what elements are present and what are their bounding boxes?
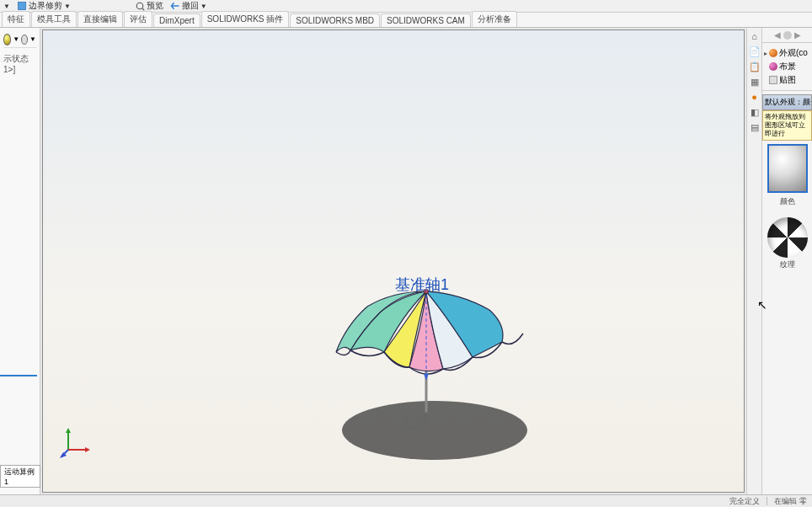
motion-study-tabs: 运动算例1 [0, 469, 40, 483]
scene-icon [769, 62, 777, 71]
feature-manager-panel: ▼ ▼ 示状态 1>] 运动算例1 [0, 28, 40, 494]
forum-icon[interactable]: ▤ [749, 122, 761, 134]
appearance-tree: ▸ 外观(co ▸ 布景 ▸ 贴图 [762, 43, 812, 91]
tab-features[interactable]: 特征 [2, 11, 30, 27]
display-state-label: 示状态 1>] [3, 53, 36, 74]
orientation-triad[interactable] [60, 424, 93, 458]
tab-sw-mbd[interactable]: SOLIDWORKS MBD [290, 13, 380, 27]
model-canvas[interactable]: 基准轴1 [43, 30, 744, 492]
back-tool[interactable]: 撤回 ▼ [170, 0, 207, 12]
color-swatch[interactable] [767, 144, 808, 193]
tab-mold-tools[interactable]: 模具工具 [31, 11, 77, 27]
umbrella-model[interactable] [321, 283, 548, 485]
appearance-header: 默认外观：颜色 [762, 94, 812, 110]
tree-item-appearance[interactable]: ▸ 外观(co [764, 46, 810, 60]
nav-dot [783, 31, 792, 40]
texture-swatch[interactable] [767, 217, 808, 258]
clipboard-icon[interactable]: 📋 [749, 61, 761, 73]
decal-icon [769, 76, 777, 84]
graphics-viewport[interactable]: ⊟ □ × ⬚ 🔍 ↶ ✂ ◫ ▦▾ ◐▾ 👁▾ ●▾ ❀▾ 🖵▾ 基准轴1 [42, 29, 745, 493]
appearances-icon[interactable]: ● [749, 92, 761, 104]
svg-line-2 [142, 8, 144, 10]
svg-point-1 [136, 3, 143, 9]
tab-direct-edit[interactable]: 直接编辑 [77, 11, 123, 27]
trim-tool[interactable]: 边界修剪 ▼ [17, 0, 71, 12]
nav-fwd-icon[interactable]: ▶ [794, 30, 801, 40]
panel-divider[interactable] [0, 375, 37, 376]
task-pane: ◀ ▶ ▸ 外观(co ▸ 布景 ▸ 贴图 默认外观：颜色 将外观拖放到图 [761, 28, 812, 494]
tab-sw-addins[interactable]: SOLIDWORKS 插件 [201, 11, 290, 27]
tab-analysis-prep[interactable]: 分析准备 [472, 11, 517, 27]
expand-icon[interactable]: ▸ [764, 50, 767, 57]
motion-study-tab[interactable]: 运动算例1 [0, 465, 40, 488]
texture-swatch-label: 纹理 [762, 259, 812, 270]
nav-back-icon[interactable]: ◀ [774, 30, 781, 40]
svg-marker-6 [424, 374, 429, 380]
tree-item-scene[interactable]: ▸ 布景 [764, 60, 810, 73]
display-manager-icon[interactable] [21, 35, 28, 45]
task-pane-nav: ◀ ▶ [762, 28, 812, 43]
dropdown-icon-2[interactable]: ▼ [29, 35, 36, 43]
tab-evaluate[interactable]: 评估 [124, 11, 152, 27]
preview-tool[interactable]: 预览 [135, 0, 163, 12]
view-palette-icon[interactable]: ▦ [749, 77, 761, 88]
home-icon[interactable]: ⌂ [749, 31, 761, 43]
svg-point-3 [342, 401, 527, 460]
tree-item-decal[interactable]: ▸ 贴图 [764, 73, 810, 87]
tab-sw-cam[interactable]: SOLIDWORKS CAM [381, 13, 471, 27]
toolbar-dropdown-1[interactable]: ▼ [3, 3, 10, 10]
status-bar: 完全定义 在编辑 零 [0, 494, 812, 507]
resources-icon[interactable]: 📄 [749, 46, 761, 58]
feature-tabs: 特征 模具工具 直接编辑 评估 DimXpert SOLIDWORKS 插件 S… [0, 13, 812, 28]
appearance-panel: 默认外观：颜色 将外观拖放到图形区域可立即进行 颜色 纹理 [762, 94, 812, 270]
svg-marker-10 [85, 447, 90, 452]
appearance-hint: 将外观拖放到图形区域可立即进行 [762, 110, 812, 141]
appearance-manager-icon[interactable] [3, 34, 11, 45]
color-swatch-label: 颜色 [762, 196, 812, 207]
task-pane-rail: ⌂ 📄 📋 ▦ ● ◧ ▤ [746, 28, 761, 494]
dropdown-icon[interactable]: ▼ [13, 35, 19, 43]
custom-props-icon[interactable]: ◧ [749, 107, 761, 119]
svg-marker-8 [66, 428, 71, 433]
sphere-icon [769, 49, 777, 57]
status-definition: 完全定义 [729, 496, 760, 507]
tab-dimxpert[interactable]: DimXpert [153, 13, 200, 27]
mouse-cursor: ↖ [757, 298, 767, 312]
status-editing: 在编辑 零 [774, 496, 807, 507]
svg-rect-0 [18, 3, 25, 10]
